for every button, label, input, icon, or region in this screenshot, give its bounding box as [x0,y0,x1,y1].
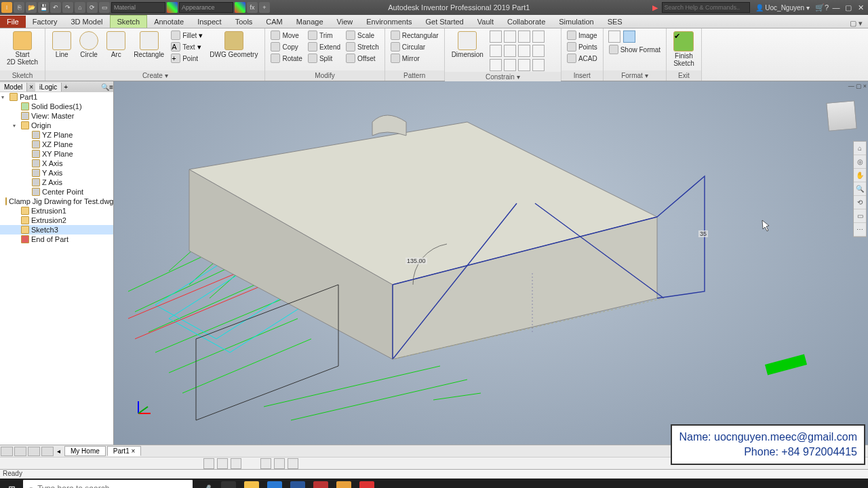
horizontal-constraint-icon[interactable] [518,45,530,57]
construction-toggle-icon[interactable] [608,30,620,43]
inventor-icon[interactable] [332,479,355,488]
tab-tools[interactable]: Tools [229,16,260,28]
tree-node[interactable]: ▾Origin [0,121,113,130]
browser-tab-add-icon[interactable]: + [62,83,70,91]
tab-view[interactable]: View [330,16,360,28]
dimension-angle[interactable]: 135.00 [406,258,427,264]
rotate-button[interactable]: Rotate [269,53,303,64]
tree-node[interactable]: Y Axis [0,168,113,178]
tree-node[interactable]: YZ Plane [0,130,113,140]
browser-search-icon[interactable]: 🔍 [101,83,109,91]
nav-more-icon[interactable]: ⋯ [854,223,866,237]
viewport[interactable]: 135.00 35 ⌂ ◎ ✋ 🔍 ⟲ ▭ ⋯ — ▢ × [114,81,868,445]
points-button[interactable]: Points [566,41,599,52]
tab-inspect[interactable]: Inspect [191,16,228,28]
refresh-icon[interactable]: ⟳ [87,2,98,13]
app-icon[interactable]: I [1,2,12,13]
select-icon[interactable]: ▭ [99,2,110,13]
extend-button[interactable]: Extend [307,41,342,52]
close-button[interactable]: ✕ [856,3,865,12]
tree-node[interactable]: Solid Bodies(1) [0,102,113,111]
centerline-toggle-icon[interactable] [623,30,635,43]
browser-menu-icon[interactable]: ≡ [109,83,113,91]
dimension-button[interactable]: Dimension [449,30,486,60]
tab-getstarted[interactable]: Get Started [418,16,470,28]
file-tab[interactable]: File [0,16,26,28]
user-menu[interactable]: 👤 Uoc_Nguyen ▾ [750,4,815,12]
tree-root[interactable]: ▾Part1 [0,92,113,102]
view-mode-icon-2[interactable] [14,447,26,456]
tab-ses[interactable]: SES [601,16,629,28]
color-icon[interactable] [235,2,245,13]
circular-pattern-button[interactable]: Circular [389,41,440,52]
trim-button[interactable]: Trim [307,30,342,41]
view-mode-icon[interactable] [1,447,13,456]
tree-node[interactable]: View: Master [0,111,113,121]
nav-fullnav-icon[interactable]: ◎ [854,155,866,169]
tangent-constraint-icon[interactable] [490,59,502,71]
tab-vault[interactable]: Vault [471,16,500,28]
minimize-button[interactable]: — [831,3,841,12]
dwg-geometry-button[interactable]: DWG Geometry [207,30,260,60]
text-button[interactable]: AText ▾ [170,41,204,52]
tab-simulation[interactable]: Simulation [552,16,600,28]
taskbar-search[interactable]: ○ Type here to search [23,480,193,488]
edge-icon[interactable] [263,479,286,488]
circle-button[interactable]: Circle [77,30,101,60]
viewport-close-icon[interactable]: × [863,83,867,89]
tree-node[interactable]: XZ Plane [0,140,113,149]
finish-sketch-button[interactable]: ✔Finish Sketch [671,30,697,68]
maximize-button[interactable]: ▢ [844,3,853,12]
appearance-combo[interactable]: Appearance [179,2,233,13]
browser-tab-close-icon[interactable]: × [27,83,35,91]
snap-icon-5[interactable] [274,458,285,469]
snap-icon-6[interactable] [288,458,298,469]
redo-icon[interactable]: ↷ [62,2,73,13]
fillet-button[interactable]: Fillet ▾ [170,30,204,41]
plus-icon[interactable]: + [259,2,270,13]
tab-manage[interactable]: Manage [290,16,330,28]
snap-icon-2[interactable] [217,458,228,469]
tree-node[interactable]: X Axis [0,159,113,168]
tab-collaborate[interactable]: Collaborate [500,16,552,28]
open-icon[interactable]: 📂 [26,2,37,13]
save-icon[interactable]: 💾 [38,2,49,13]
arc-button[interactable]: Arc [104,30,128,60]
dimension-height[interactable]: 35 [698,230,708,237]
split-button[interactable]: Split [307,53,342,64]
help-search[interactable] [662,2,750,13]
tree-node[interactable]: Z Axis [0,178,113,187]
browser-tab-ilogic[interactable]: iLogic [35,83,62,92]
symmetric-constraint-icon[interactable] [518,59,530,71]
home-icon[interactable]: ⌂ [75,2,85,13]
material-combo[interactable]: Material [111,2,165,13]
browser-tab-model[interactable]: Model [0,83,27,92]
tab-nav-left-icon[interactable]: ◂ [54,447,63,455]
new-icon[interactable]: ⎘ [14,2,24,13]
line-button[interactable]: Line [50,30,74,60]
start-button[interactable]: ⊞ [0,479,23,488]
mic-icon[interactable]: 🎤 [197,485,217,489]
show-format-button[interactable]: Show Format [608,44,662,55]
nav-pan-icon[interactable]: ✋ [854,169,866,182]
explorer-icon[interactable] [240,479,263,488]
tab-factory[interactable]: Factory [26,16,64,28]
tab-annotate[interactable]: Annotate [147,16,191,28]
rectangular-pattern-button[interactable]: Rectangular [389,30,440,41]
camtasia-icon[interactable] [355,479,378,488]
snap-icon-3[interactable] [231,458,241,469]
browser-tree[interactable]: ▾Part1 Solid Bodies(1)View: Master▾Origi… [0,92,113,445]
offset-button[interactable]: Offset [344,53,380,64]
tree-node[interactable]: Clamp Jig Drawing for Test.dwg [0,197,113,206]
parallel-constraint-icon[interactable] [490,45,502,57]
view-mode-icon-3[interactable] [28,447,40,456]
snap-icon-1[interactable] [203,458,214,469]
viewport-minimize-icon[interactable]: — [848,83,854,89]
tree-node[interactable]: Center Point [0,187,113,197]
tree-node[interactable]: Sketch3 [0,225,113,235]
rectangle-button[interactable]: Rectangle [131,30,167,60]
tab-my-home[interactable]: My Home [64,446,106,456]
autocad-icon[interactable] [309,479,332,488]
collinear-constraint-icon[interactable] [504,30,516,43]
smooth-constraint-icon[interactable] [504,59,516,71]
